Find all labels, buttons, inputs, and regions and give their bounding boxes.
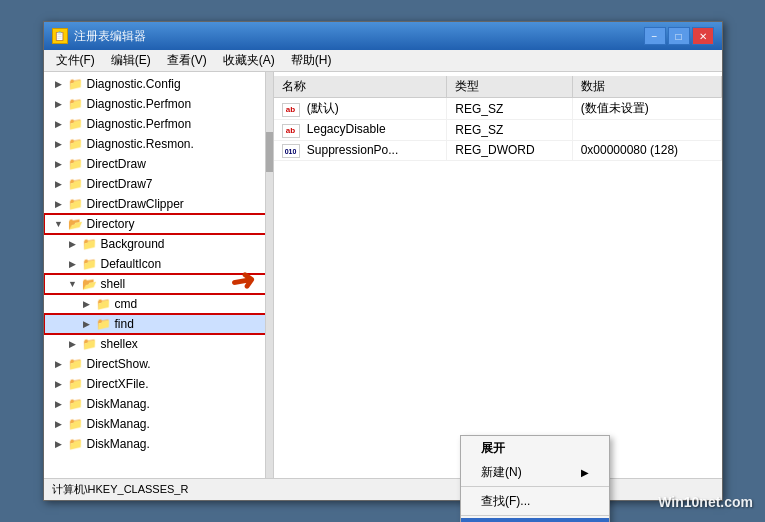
reg-type-icon-ab2: ab xyxy=(282,124,300,138)
expand-icon: ▶ xyxy=(52,377,66,391)
tree-item-background[interactable]: ▶ 📁 Background xyxy=(44,234,273,254)
expand-icon: ▶ xyxy=(66,337,80,351)
expand-icon: ▶ xyxy=(52,437,66,451)
scrollbar-track[interactable] xyxy=(265,72,273,478)
col-type: 类型 xyxy=(447,76,572,98)
expand-icon: ▶ xyxy=(80,317,94,331)
registry-tree[interactable]: ▶ 📁 Diagnostic.Config ▶ 📁 Diagnostic.Per… xyxy=(44,72,274,478)
ctx-expand[interactable]: 展开 xyxy=(461,436,609,460)
tree-item-diskmanag1[interactable]: ▶ 📁 DiskManag. xyxy=(44,394,273,414)
expand-icon: ▶ xyxy=(52,197,66,211)
menu-view[interactable]: 查看(V) xyxy=(159,50,215,71)
window-controls: − □ ✕ xyxy=(644,27,714,45)
col-data: 数据 xyxy=(572,76,721,98)
expand-icon: ▼ xyxy=(66,277,80,291)
ctx-delete[interactable]: 删除(D) xyxy=(461,518,609,522)
registry-values-pane: 名称 类型 数据 ab (默认) REG_SZ (数值未设置) xyxy=(274,72,722,478)
tree-item-directdraw[interactable]: ▶ 📁 DirectDraw xyxy=(44,154,273,174)
tree-item-shellex[interactable]: ▶ 📁 shellex xyxy=(44,334,273,354)
expand-icon: ▶ xyxy=(52,397,66,411)
reg-type-icon-dword: 010 xyxy=(282,144,300,158)
reg-name-suppression: 010 SuppressionPo... xyxy=(274,140,447,161)
tree-item-defaulticon[interactable]: ▶ 📁 DefaultIcon xyxy=(44,254,273,274)
window-icon: 📋 xyxy=(52,28,68,44)
reg-data-default: (数值未设置) xyxy=(572,98,721,120)
expand-icon: ▶ xyxy=(52,417,66,431)
scrollbar-thumb[interactable] xyxy=(266,132,274,172)
tree-item-directdraw7[interactable]: ▶ 📁 DirectDraw7 xyxy=(44,174,273,194)
tree-item-diagnostic-resmon[interactable]: ▶ 📁 Diagnostic.Resmon. xyxy=(44,134,273,154)
tree-item-directdrawclipper[interactable]: ▶ 📁 DirectDrawClipper xyxy=(44,194,273,214)
reg-row-legacydisable[interactable]: ab LegacyDisable REG_SZ xyxy=(274,120,722,141)
reg-type-default: REG_SZ xyxy=(447,98,572,120)
tree-item-directshow[interactable]: ▶ 📁 DirectShow. xyxy=(44,354,273,374)
tree-item-diagnostic-perfmon2[interactable]: ▶ 📁 Diagnostic.Perfmon xyxy=(44,114,273,134)
expand-icon: ▶ xyxy=(66,237,80,251)
expand-icon: ▶ xyxy=(52,137,66,151)
ctx-sep2 xyxy=(461,515,609,516)
registry-editor-window: 📋 注册表编辑器 − □ ✕ 文件(F) 编辑(E) 查看(V) 收藏夹(A) … xyxy=(43,21,723,501)
menu-favorites[interactable]: 收藏夹(A) xyxy=(215,50,283,71)
ctx-find[interactable]: 查找(F)... xyxy=(461,489,609,513)
menu-help[interactable]: 帮助(H) xyxy=(283,50,340,71)
context-menu-popup: 展开 新建(N) ▶ 查找(F)... 删除(D) 重命名(R) 导出(E) xyxy=(460,435,610,522)
reg-data-legacy xyxy=(572,120,721,141)
tree-item-directory[interactable]: ▼ 📂 Directory xyxy=(44,214,273,234)
submenu-arrow: ▶ xyxy=(581,467,589,478)
tree-item-diagnostic-config[interactable]: ▶ 📁 Diagnostic.Config xyxy=(44,74,273,94)
expand-icon: ▶ xyxy=(52,157,66,171)
reg-row-suppression[interactable]: 010 SuppressionPo... REG_DWORD 0x0000008… xyxy=(274,140,722,161)
expand-icon: ▶ xyxy=(52,357,66,371)
expand-icon: ▶ xyxy=(80,297,94,311)
tree-item-cmd[interactable]: ▶ 📁 cmd xyxy=(44,294,273,314)
tree-item-diagnostic-perfmon1[interactable]: ▶ 📁 Diagnostic.Perfmon xyxy=(44,94,273,114)
menu-file[interactable]: 文件(F) xyxy=(48,50,103,71)
expand-icon: ▶ xyxy=(52,77,66,91)
watermark: Win10net.com xyxy=(658,494,753,510)
expand-icon: ▶ xyxy=(66,257,80,271)
minimize-button[interactable]: − xyxy=(644,27,666,45)
title-bar: 📋 注册表编辑器 − □ ✕ xyxy=(44,22,722,50)
ctx-new[interactable]: 新建(N) ▶ xyxy=(461,460,609,484)
col-name: 名称 xyxy=(274,76,447,98)
tree-item-directxfile[interactable]: ▶ 📁 DirectXFile. xyxy=(44,374,273,394)
menu-edit[interactable]: 编辑(E) xyxy=(103,50,159,71)
tree-item-diskmanag2[interactable]: ▶ 📁 DiskManag. xyxy=(44,414,273,434)
status-text: 计算机\HKEY_CLASSES_R xyxy=(52,482,189,497)
reg-row-default[interactable]: ab (默认) REG_SZ (数值未设置) xyxy=(274,98,722,120)
tree-item-find[interactable]: ▶ 📁 find xyxy=(44,314,273,334)
reg-type-icon-ab: ab xyxy=(282,103,300,117)
reg-data-suppression: 0x00000080 (128) xyxy=(572,140,721,161)
window-title: 注册表编辑器 xyxy=(74,28,644,45)
main-content: ▶ 📁 Diagnostic.Config ▶ 📁 Diagnostic.Per… xyxy=(44,72,722,478)
reg-name-default: ab (默认) xyxy=(274,98,447,120)
reg-name-legacy: ab LegacyDisable xyxy=(274,120,447,141)
close-button[interactable]: ✕ xyxy=(692,27,714,45)
reg-type-suppression: REG_DWORD xyxy=(447,140,572,161)
status-bar: 计算机\HKEY_CLASSES_R xyxy=(44,478,722,500)
ctx-sep1 xyxy=(461,486,609,487)
menu-bar: 文件(F) 编辑(E) 查看(V) 收藏夹(A) 帮助(H) xyxy=(44,50,722,72)
reg-type-legacy: REG_SZ xyxy=(447,120,572,141)
expand-icon: ▶ xyxy=(52,117,66,131)
expand-icon: ▶ xyxy=(52,177,66,191)
tree-item-diskmanag3[interactable]: ▶ 📁 DiskManag. xyxy=(44,434,273,454)
maximize-button[interactable]: □ xyxy=(668,27,690,45)
expand-icon: ▶ xyxy=(52,97,66,111)
registry-table: 名称 类型 数据 ab (默认) REG_SZ (数值未设置) xyxy=(274,76,722,161)
tree-item-shell[interactable]: ▼ 📂 shell xyxy=(44,274,273,294)
expand-icon: ▼ xyxy=(52,217,66,231)
